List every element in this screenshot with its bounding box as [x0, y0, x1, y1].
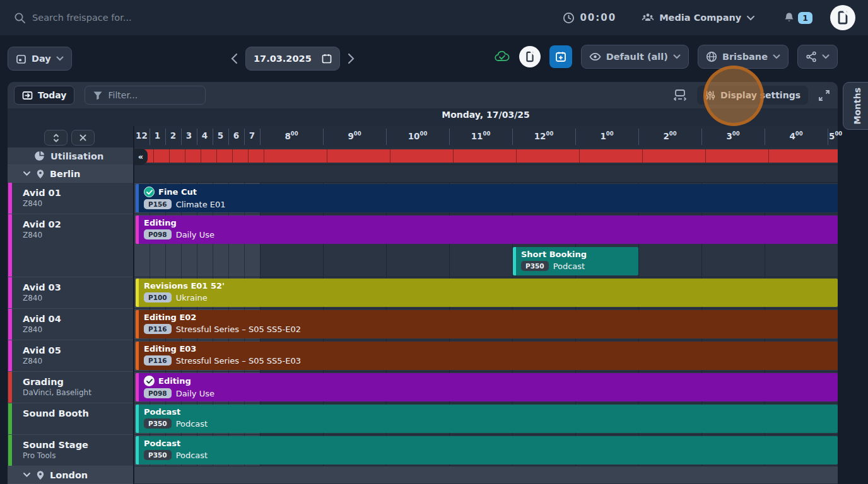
gridline: [327, 149, 327, 163]
gridline: [701, 246, 702, 277]
booking-title: Podcast: [144, 407, 180, 417]
booking-bar[interactable]: Editing E02P116Stressful Series – S05 SS…: [136, 310, 838, 338]
scheduler-header: Today Filter... Display settings: [8, 82, 838, 108]
utilisation-row: Utilisation«: [8, 147, 838, 165]
tick-separator: [701, 129, 702, 145]
tab-months[interactable]: Months: [843, 82, 868, 130]
booking-title: Editing: [144, 218, 177, 228]
gridline: [449, 246, 450, 277]
prev-day-button[interactable]: [231, 53, 238, 64]
gridline: [197, 246, 197, 277]
booking-project: Ukraine: [176, 293, 208, 302]
clock-widget: 00:00: [563, 12, 616, 24]
scheduler-panel: Today Filter... Display settings Monday,…: [8, 82, 838, 484]
resource-row[interactable]: Avid 02Z840EditingP098Daily UseShort Boo…: [8, 214, 838, 277]
resource-row[interactable]: Sound BoothPodcastP350Podcast: [8, 403, 838, 435]
project-code-badge: P098: [144, 388, 172, 398]
scope-filter-dropdown[interactable]: Default (all): [581, 45, 689, 69]
booking-bar[interactable]: PodcastP350Podcast: [136, 436, 838, 464]
timeline-lane: EditingP098Daily Use: [134, 372, 838, 403]
tick-label: 400: [771, 130, 821, 141]
booking-project: Climate E01: [176, 200, 226, 209]
tick-separator: [323, 129, 324, 145]
clear-selection-button[interactable]: [71, 130, 95, 146]
timeline-lane: Editing E03P116Stressful Series – S05 SS…: [134, 340, 838, 372]
notifications-button[interactable]: 1: [783, 11, 812, 24]
project-code-badge: P116: [144, 355, 172, 366]
resource-row[interactable]: Avid 01Z840Fine CutP156Climate E01: [8, 183, 838, 214]
gridline: [213, 246, 213, 277]
booking-bar[interactable]: EditingP098Daily Use: [136, 373, 838, 401]
share-dropdown[interactable]: [797, 45, 838, 69]
user-avatar[interactable]: [830, 5, 855, 30]
project-code-badge: P156: [144, 199, 172, 209]
company-name: Media Company: [659, 13, 741, 23]
booking-bar[interactable]: Fine CutP156Climate E01: [136, 184, 838, 212]
resource-name: Avid 03: [23, 282, 134, 293]
tick-label: 12: [134, 130, 150, 141]
tick-label: 1100: [455, 130, 506, 141]
timezone-dropdown[interactable]: Brisbane: [698, 45, 789, 69]
globe-icon: [706, 51, 717, 62]
booking-bar[interactable]: PodcastP350Podcast: [136, 405, 838, 433]
gridline: [323, 246, 324, 277]
funnel-icon: [93, 91, 103, 100]
tick-separator: [765, 129, 765, 145]
today-button[interactable]: Today: [14, 86, 74, 105]
booking-title: Editing E02: [144, 313, 196, 322]
scope-filter-label: Default (all): [606, 52, 668, 62]
date-picker[interactable]: 17.03.2025: [245, 47, 340, 71]
resource-row[interactable]: Sound StagePro ToolsPodcastP350Podcast: [8, 435, 838, 466]
booking-bar[interactable]: Short BookingP350Podcast: [513, 247, 638, 275]
booking-bar[interactable]: EditingP098Daily Use: [136, 216, 838, 244]
company-selector[interactable]: Media Company: [642, 12, 755, 23]
global-search-input[interactable]: Search freispace for...: [14, 12, 563, 24]
tick-separator: [575, 129, 576, 145]
tick-label: 4: [197, 130, 213, 141]
timeline-lane: Editing E02P116Stressful Series – S05 SS…: [134, 309, 838, 340]
filter-input[interactable]: Filter...: [85, 86, 206, 105]
gridline: [390, 149, 390, 163]
pie-chart-icon: [34, 151, 45, 161]
resource-row[interactable]: GradingDaVinci, BaselightEditingP098Dail…: [8, 372, 838, 403]
cloud-sync-icon: [494, 50, 510, 64]
fullscreen-icon[interactable]: [818, 89, 830, 101]
utilisation-label: Utilisation: [50, 151, 103, 161]
gridline: [638, 246, 639, 277]
booking-title: Editing E03: [144, 344, 196, 354]
project-code-badge: P116: [144, 324, 172, 334]
months-tab-label: Months: [852, 88, 862, 125]
fit-width-icon[interactable]: [673, 89, 687, 101]
booking-bar[interactable]: Editing E03P116Stressful Series – S05 SS…: [136, 342, 838, 370]
resource-subtitle: Z840: [23, 199, 134, 208]
gridline: [232, 149, 233, 163]
display-settings-button[interactable]: Display settings: [697, 86, 808, 105]
resource-row[interactable]: Avid 05Z840Editing E03P116Stressful Seri…: [8, 340, 838, 372]
timeline-lane: Revisions E01 52'P100Ukraine: [134, 277, 838, 309]
resource-row[interactable]: Avid 03Z840Revisions E01 52'P100Ukraine: [8, 277, 838, 309]
booking-bar[interactable]: Revisions E01 52'P100Ukraine: [136, 279, 838, 307]
resource-name: Grading: [23, 376, 134, 388]
chevron-down-icon: [746, 15, 755, 21]
location-pin-icon: [36, 169, 45, 179]
collapse-sidebar-button[interactable]: «: [134, 149, 148, 164]
resource-color-stripe: [8, 340, 12, 371]
next-day-button[interactable]: [348, 53, 355, 64]
tick-label: 1200: [519, 130, 569, 141]
resource-row[interactable]: Avid 04Z840Editing E02P116Stressful Seri…: [8, 309, 838, 340]
project-code-badge: P350: [144, 450, 172, 460]
tick-label: 7: [244, 130, 260, 141]
group-row-berlin[interactable]: Berlin: [8, 165, 838, 183]
resource-color-stripe: [8, 403, 12, 434]
collapse-expand-all-button[interactable]: [44, 130, 67, 146]
status-check-icon: [144, 187, 155, 197]
group-label: Berlin: [50, 169, 80, 179]
tick-label: 900: [329, 130, 380, 141]
resource-color-stripe: [8, 277, 12, 308]
avatar-logo: [830, 5, 855, 30]
new-booking-button[interactable]: [549, 45, 572, 68]
gridline: [185, 149, 185, 163]
active-user-avatar[interactable]: [519, 46, 541, 67]
view-mode-dropdown[interactable]: Day: [8, 47, 72, 71]
group-row-london[interactable]: London: [8, 466, 838, 484]
